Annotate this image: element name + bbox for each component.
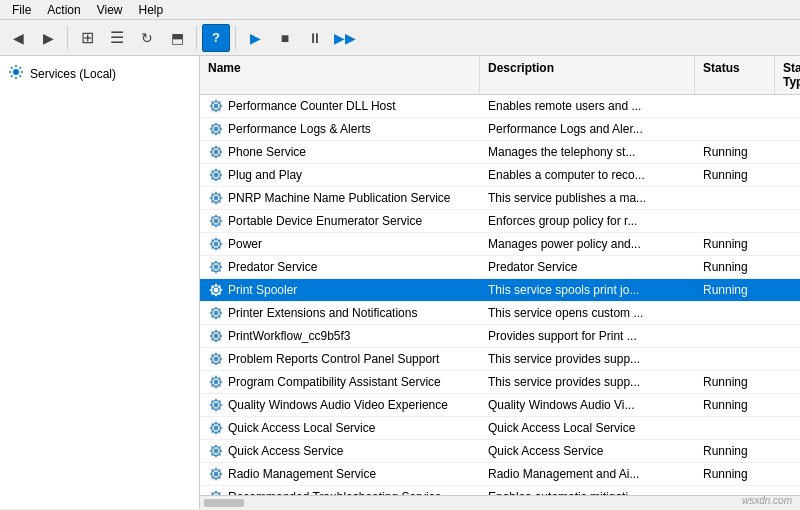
- service-name: Phone Service: [228, 145, 306, 159]
- service-startup-cell: [775, 348, 800, 370]
- sidebar-item-services-local[interactable]: Services (Local): [0, 60, 199, 87]
- service-name-cell: Quick Access Service: [200, 440, 480, 462]
- table-row[interactable]: Predator ServicePredator ServiceRunning: [200, 256, 800, 279]
- h-scroll-thumb[interactable]: [204, 499, 244, 507]
- menu-bar: File Action View Help: [0, 0, 800, 20]
- table-row[interactable]: Radio Management ServiceRadio Management…: [200, 463, 800, 486]
- service-startup-cell: [775, 141, 800, 163]
- menu-action[interactable]: Action: [39, 1, 88, 19]
- table-row[interactable]: Quick Access ServiceQuick Access Service…: [200, 440, 800, 463]
- service-name-cell: Performance Counter DLL Host: [200, 95, 480, 117]
- header-status[interactable]: Status: [695, 56, 775, 94]
- table-row[interactable]: Recommended Troubleshooting ServiceEnabl…: [200, 486, 800, 495]
- table-row[interactable]: Printer Extensions and NotificationsThis…: [200, 302, 800, 325]
- service-name: Portable Device Enumerator Service: [228, 214, 422, 228]
- service-status-cell: [695, 417, 775, 439]
- service-status-cell: [695, 95, 775, 117]
- service-status-cell: Running: [695, 141, 775, 163]
- service-name: Radio Management Service: [228, 467, 376, 481]
- forward-button[interactable]: ▶: [34, 24, 62, 52]
- show-details[interactable]: ☰: [103, 24, 131, 52]
- service-description-cell: Enables automatic mitigati...: [480, 486, 695, 495]
- service-description-cell: This service provides supp...: [480, 371, 695, 393]
- service-name-cell: Quick Access Local Service: [200, 417, 480, 439]
- table-row[interactable]: Problem Reports Control Panel SupportThi…: [200, 348, 800, 371]
- table-row[interactable]: PrintWorkflow_cc9b5f3Provides support fo…: [200, 325, 800, 348]
- svg-point-13: [214, 242, 219, 247]
- table-row[interactable]: Portable Device Enumerator ServiceEnforc…: [200, 210, 800, 233]
- service-status-cell: [695, 348, 775, 370]
- service-name-cell: PrintWorkflow_cc9b5f3: [200, 325, 480, 347]
- service-name-cell: Recommended Troubleshooting Service: [200, 486, 480, 495]
- table-row[interactable]: Print SpoolerThis service spools print j…: [200, 279, 800, 302]
- service-gear-icon: [208, 282, 224, 298]
- service-startup-cell: [775, 463, 800, 485]
- table-row[interactable]: Performance Counter DLL HostEnables remo…: [200, 95, 800, 118]
- table-row[interactable]: Performance Logs & AlertsPerformance Log…: [200, 118, 800, 141]
- service-name-cell: Performance Logs & Alerts: [200, 118, 480, 140]
- table-row[interactable]: Plug and PlayEnables a computer to reco.…: [200, 164, 800, 187]
- service-startup-cell: [775, 164, 800, 186]
- service-description-cell: Enforces group policy for r...: [480, 210, 695, 232]
- menu-file[interactable]: File: [4, 1, 39, 19]
- stop-button[interactable]: ■: [271, 24, 299, 52]
- service-status-cell: Running: [695, 463, 775, 485]
- export-button[interactable]: ⬒: [163, 24, 191, 52]
- refresh-button[interactable]: ↻: [133, 24, 161, 52]
- service-status-cell: Running: [695, 233, 775, 255]
- service-name-cell: Predator Service: [200, 256, 480, 278]
- services-table[interactable]: Name Description Status Startup Type Per…: [200, 56, 800, 495]
- header-startup[interactable]: Startup Type: [775, 56, 800, 94]
- service-gear-icon: [208, 305, 224, 321]
- svg-point-7: [214, 173, 219, 178]
- properties-button[interactable]: ?: [202, 24, 230, 52]
- watermark: wsxdn.com: [742, 495, 792, 506]
- table-row[interactable]: Quick Access Local ServiceQuick Access L…: [200, 417, 800, 440]
- service-status-cell: [695, 325, 775, 347]
- back-button[interactable]: ◀: [4, 24, 32, 52]
- service-description-cell: Performance Logs and Aler...: [480, 118, 695, 140]
- service-name-cell: Problem Reports Control Panel Support: [200, 348, 480, 370]
- play-button[interactable]: ▶: [241, 24, 269, 52]
- toolbar: ◀ ▶ ⊞ ☰ ↻ ⬒ ? ▶ ■ ⏸ ▶▶: [0, 20, 800, 56]
- horizontal-scrollbar[interactable]: [200, 495, 800, 509]
- table-row[interactable]: PNRP Machine Name Publication ServiceThi…: [200, 187, 800, 210]
- toolbar-separator-2: [196, 26, 197, 50]
- service-description-cell: Predator Service: [480, 256, 695, 278]
- service-description-cell: Radio Management and Ai...: [480, 463, 695, 485]
- service-startup-cell: [775, 371, 800, 393]
- header-description[interactable]: Description: [480, 56, 695, 94]
- table-row[interactable]: Phone ServiceManages the telephony st...…: [200, 141, 800, 164]
- toolbar-separator-3: [235, 26, 236, 50]
- service-gear-icon: [208, 98, 224, 114]
- svg-point-11: [214, 219, 219, 224]
- service-name: PNRP Machine Name Publication Service: [228, 191, 451, 205]
- service-status-cell: Running: [695, 371, 775, 393]
- svg-point-17: [214, 288, 219, 293]
- service-startup-cell: [775, 233, 800, 255]
- svg-point-19: [214, 311, 219, 316]
- service-gear-icon: [208, 443, 224, 459]
- service-startup-cell: [775, 325, 800, 347]
- service-gear-icon: [208, 328, 224, 344]
- resume-button[interactable]: ▶▶: [331, 24, 359, 52]
- service-name: Quick Access Local Service: [228, 421, 375, 435]
- service-name-cell: Power: [200, 233, 480, 255]
- service-name: Power: [228, 237, 262, 251]
- header-name[interactable]: Name: [200, 56, 480, 94]
- menu-help[interactable]: Help: [131, 1, 172, 19]
- service-startup-cell: [775, 210, 800, 232]
- table-row[interactable]: Quality Windows Audio Video ExperienceQu…: [200, 394, 800, 417]
- show-console-tree[interactable]: ⊞: [73, 24, 101, 52]
- svg-point-9: [214, 196, 219, 201]
- service-name-cell: Quality Windows Audio Video Experience: [200, 394, 480, 416]
- service-status-cell: Running: [695, 440, 775, 462]
- service-name-cell: Plug and Play: [200, 164, 480, 186]
- service-name: PrintWorkflow_cc9b5f3: [228, 329, 351, 343]
- table-row[interactable]: Program Compatibility Assistant ServiceT…: [200, 371, 800, 394]
- table-row[interactable]: PowerManages power policy and...Running: [200, 233, 800, 256]
- menu-view[interactable]: View: [89, 1, 131, 19]
- pause-button[interactable]: ⏸: [301, 24, 329, 52]
- svg-point-33: [214, 472, 219, 477]
- service-name-cell: Radio Management Service: [200, 463, 480, 485]
